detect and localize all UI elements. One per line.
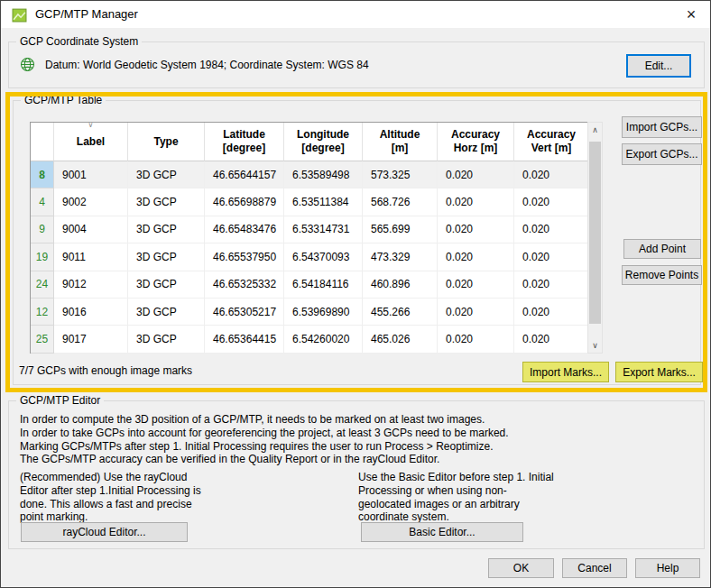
cell-altitude[interactable]: 465.026 xyxy=(363,326,438,353)
cell-accuracy-horz[interactable]: 0.020 xyxy=(438,271,514,299)
cell-accuracy-horz[interactable]: 0.020 xyxy=(438,299,514,326)
table-vertical-scrollbar[interactable]: ∧ ∨ xyxy=(587,122,603,354)
cell-accuracy-horz[interactable]: 0.020 xyxy=(438,161,514,188)
close-icon[interactable]: × xyxy=(679,4,703,25)
cell-accuracy-horz[interactable]: 0.020 xyxy=(438,188,514,216)
add-point-button[interactable]: Add Point xyxy=(623,239,701,259)
cell-latitude[interactable]: 46.65537950 xyxy=(205,243,284,271)
row-number[interactable]: 25 xyxy=(31,326,54,353)
cell-accuracy-horz[interactable]: 0.020 xyxy=(438,326,514,353)
cell-longitude[interactable]: 6.53511384 xyxy=(284,188,363,216)
cell-label[interactable]: 9016 xyxy=(54,299,128,326)
column-header-type[interactable]: Type xyxy=(128,123,205,161)
editor-instruction-line: Marking GCPs/MTPs after step 1. Initial … xyxy=(20,440,695,454)
cell-accuracy-vert[interactable]: 0.020 xyxy=(514,299,588,326)
import-marks-button[interactable]: Import Marks... xyxy=(522,362,609,382)
table-row[interactable]: 8 9001 3D GCP 46.65644157 6.53589498 573… xyxy=(31,161,586,188)
cell-accuracy-vert[interactable]: 0.020 xyxy=(514,326,588,353)
basic-editor-button[interactable]: Basic Editor... xyxy=(361,522,523,542)
scroll-up-icon[interactable]: ∧ xyxy=(588,123,602,137)
cell-altitude[interactable]: 473.329 xyxy=(363,243,438,271)
export-marks-button[interactable]: Export Marks... xyxy=(615,362,703,382)
column-header-longitude[interactable]: Longitude [degree] xyxy=(284,123,363,161)
cell-type[interactable]: 3D GCP xyxy=(128,299,205,326)
cell-accuracy-horz[interactable]: 0.020 xyxy=(438,243,514,271)
remove-points-button[interactable]: Remove Points xyxy=(622,265,702,285)
cell-longitude[interactable]: 6.54184116 xyxy=(284,271,363,299)
cell-altitude[interactable]: 568.726 xyxy=(363,188,438,216)
globe-icon xyxy=(20,57,35,72)
scrollbar-thumb[interactable] xyxy=(589,142,601,324)
table-row[interactable]: 9 9004 3D GCP 46.65483476 6.53314731 565… xyxy=(31,216,586,243)
raycloud-editor-button[interactable]: rayCloud Editor... xyxy=(21,522,188,542)
cell-type[interactable]: 3D GCP xyxy=(128,216,205,243)
cell-latitude[interactable]: 46.65364415 xyxy=(205,326,284,353)
cell-altitude[interactable]: 573.325 xyxy=(363,161,438,188)
row-number[interactable]: 9 xyxy=(31,216,54,243)
ok-button[interactable]: OK xyxy=(488,558,554,578)
cell-longitude[interactable]: 6.53589498 xyxy=(284,161,363,188)
cell-label[interactable]: 9002 xyxy=(54,188,128,216)
cell-label[interactable]: 9011 xyxy=(54,243,128,271)
table-header-row: ∨Label Type Latitude [degree] Longitude … xyxy=(31,123,586,161)
column-header-label[interactable]: ∨Label xyxy=(54,123,128,161)
cell-longitude[interactable]: 6.53969890 xyxy=(284,299,363,326)
cell-longitude[interactable]: 6.53314731 xyxy=(284,216,363,243)
cell-altitude[interactable]: 565.699 xyxy=(363,216,438,243)
table-row[interactable]: 25 9017 3D GCP 46.65364415 6.54260020 46… xyxy=(31,326,586,353)
cell-type[interactable]: 3D GCP xyxy=(128,188,205,216)
cell-accuracy-vert[interactable]: 0.020 xyxy=(514,216,588,243)
cell-type[interactable]: 3D GCP xyxy=(128,161,205,188)
row-number[interactable]: 4 xyxy=(31,188,54,216)
row-number[interactable]: 24 xyxy=(31,271,54,299)
cell-accuracy-vert[interactable]: 0.020 xyxy=(514,271,588,299)
title-bar: GCP/MTP Manager × xyxy=(1,1,710,28)
column-header-accuracy-vert[interactable]: Accuracy Vert [m] xyxy=(514,123,588,161)
edit-button[interactable]: Edit... xyxy=(626,54,691,78)
gcp-coordinate-system-group: GCP Coordinate System Datum: World Geode… xyxy=(8,41,705,88)
cell-accuracy-vert[interactable]: 0.020 xyxy=(514,161,588,188)
gcp-mtp-editor-group: GCP/MTP Editor In order to compute the 3… xyxy=(8,400,705,549)
export-gcps-button[interactable]: Export GCPs... xyxy=(622,143,702,165)
gcp-mtp-manager-dialog: GCP/MTP Manager × GCP Coordinate System … xyxy=(0,0,711,588)
cell-label[interactable]: 9001 xyxy=(54,161,128,188)
import-gcps-button[interactable]: Import GCPs... xyxy=(622,116,702,138)
editor-instruction-line: In order to compute the 3D position of a… xyxy=(20,413,695,427)
cell-longitude[interactable]: 6.54370093 xyxy=(284,243,363,271)
row-number[interactable]: 19 xyxy=(31,243,54,271)
cell-longitude[interactable]: 6.54260020 xyxy=(284,326,363,353)
cell-label[interactable]: 9004 xyxy=(54,216,128,243)
app-icon xyxy=(12,7,27,23)
table-row[interactable]: 4 9002 3D GCP 46.65698879 6.53511384 568… xyxy=(31,188,586,216)
cell-altitude[interactable]: 460.896 xyxy=(363,271,438,299)
cell-latitude[interactable]: 46.65325332 xyxy=(205,271,284,299)
cell-latitude[interactable]: 46.65305217 xyxy=(205,299,284,326)
cell-altitude[interactable]: 455.266 xyxy=(363,299,438,326)
table-row[interactable]: 12 9016 3D GCP 46.65305217 6.53969890 45… xyxy=(31,299,586,326)
cell-latitude[interactable]: 46.65698879 xyxy=(205,188,284,216)
cell-latitude[interactable]: 46.65644157 xyxy=(205,161,284,188)
cell-type[interactable]: 3D GCP xyxy=(128,326,205,353)
row-number[interactable]: 8 xyxy=(31,161,54,188)
column-header-altitude[interactable]: Altitude [m] xyxy=(363,123,438,161)
column-header-accuracy-horz[interactable]: Accuracy Horz [m] xyxy=(438,123,514,161)
table-group-label: GCP/MTP Table xyxy=(21,94,106,106)
scroll-down-icon[interactable]: ∨ xyxy=(588,338,602,353)
table-row[interactable]: 24 9012 3D GCP 46.65325332 6.54184116 46… xyxy=(31,271,586,299)
cancel-button[interactable]: Cancel xyxy=(562,558,627,578)
coordinate-system-group-label: GCP Coordinate System xyxy=(16,35,142,48)
cell-accuracy-vert[interactable]: 0.020 xyxy=(514,188,588,216)
cell-latitude[interactable]: 46.65483476 xyxy=(205,216,284,243)
raycloud-editor-note: (Recommended) Use the rayCloud Editor af… xyxy=(20,471,211,524)
cell-label[interactable]: 9012 xyxy=(54,271,128,299)
gcp-table: ∨Label Type Latitude [degree] Longitude … xyxy=(30,122,587,354)
cell-accuracy-horz[interactable]: 0.020 xyxy=(438,216,514,243)
table-row[interactable]: 19 9011 3D GCP 46.65537950 6.54370093 47… xyxy=(31,243,586,271)
help-button[interactable]: Help xyxy=(635,558,700,578)
row-number[interactable]: 12 xyxy=(31,299,54,326)
cell-accuracy-vert[interactable]: 0.020 xyxy=(514,243,588,271)
column-header-latitude[interactable]: Latitude [degree] xyxy=(205,123,284,161)
cell-label[interactable]: 9017 xyxy=(54,326,128,353)
cell-type[interactable]: 3D GCP xyxy=(128,271,205,299)
cell-type[interactable]: 3D GCP xyxy=(128,243,205,271)
